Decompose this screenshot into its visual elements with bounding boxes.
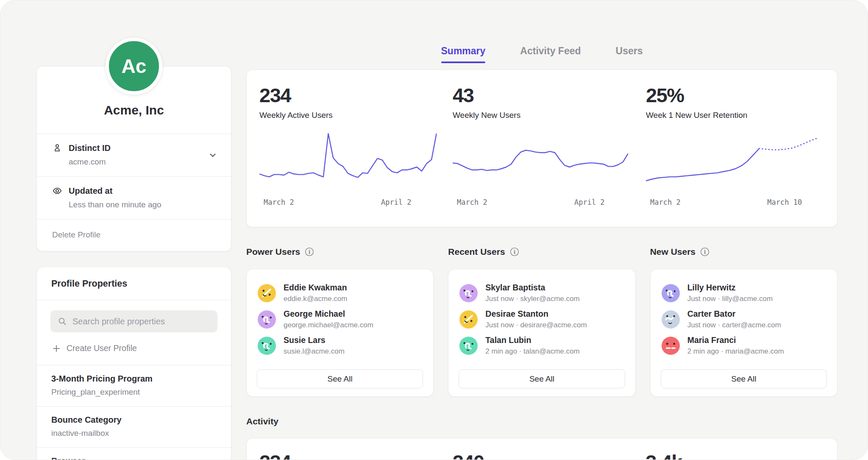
user-row[interactable]: Carter Bator Just now · carter@acme.com	[662, 309, 826, 329]
user-detail: Just now · desirare@acme.com	[485, 321, 587, 329]
tab-label: Activity Feed	[520, 45, 581, 56]
user-row[interactable]: Desirae Stanton Just now · desirare@acme…	[459, 309, 624, 329]
user-avatar	[258, 284, 276, 302]
search-input[interactable]	[72, 317, 210, 326]
property-value: Pricing_plan_experiment	[51, 388, 217, 397]
create-user-profile-button[interactable]: Create User Profile	[50, 343, 217, 353]
list-title: Recent Users	[448, 247, 505, 257]
user-row[interactable]: Susie Lars susie.l@acme.com	[258, 335, 422, 356]
stat-label: Weekly Active Users	[259, 111, 438, 120]
property-row[interactable]: 3-Month Pricing Program Pricing_plan_exp…	[37, 365, 231, 406]
recent-users-card: Skylar Baptista Just now · skyler@acme.c…	[448, 269, 635, 397]
stat-week1-retention: 25% Week 1 New User Retention March 2 Ma…	[646, 84, 824, 227]
property-row[interactable]: Browser Chrome	[37, 448, 231, 460]
user-name: Carter Bator	[687, 309, 781, 319]
x-tick: March 2	[264, 198, 294, 206]
user-name: Desirae Stanton	[485, 309, 587, 319]
property-name: 3-Month Pricing Program	[51, 374, 217, 384]
delete-profile-button[interactable]: Delete Profile	[37, 220, 231, 251]
main-content: Summary Activity Feed Users 234 Weekly A…	[246, 0, 837, 460]
property-name: Browser	[51, 456, 217, 460]
see-all-button[interactable]: See All	[257, 369, 423, 388]
user-name: Skylar Baptista	[485, 283, 579, 293]
profile-properties-card: Profile Properties	[36, 267, 231, 460]
user-name: Maria Franci	[687, 335, 784, 345]
user-detail: Just now · skyler@acme.com	[485, 295, 579, 303]
see-all-button[interactable]: See All	[661, 369, 827, 388]
new-users-heading: New Users i	[650, 247, 837, 257]
user-detail: Just now · carter@acme.com	[687, 321, 781, 329]
field-label: Distinct ID	[69, 143, 111, 153]
user-row[interactable]: Eddie Kwakman eddie.k@acme.com	[258, 283, 422, 303]
tab-users[interactable]: Users	[616, 45, 643, 63]
user-detail: 2 min ago · maria@acme.com	[687, 347, 784, 356]
field-value: acme.com	[69, 157, 216, 167]
user-detail: susie.l@acme.com	[284, 347, 345, 356]
search-box	[50, 310, 217, 332]
weekly-new-users-chart	[453, 128, 632, 192]
recent-users-heading: Recent Users i	[448, 247, 635, 257]
svg-text:i: i	[704, 249, 706, 255]
user-row[interactable]: Talan Lubin 2 min ago · talan@acme.com	[459, 335, 624, 356]
tab-summary[interactable]: Summary	[441, 45, 486, 63]
x-tick: April 2	[574, 198, 605, 206]
active-tab-underline	[441, 61, 486, 63]
search-section: Create User Profile	[37, 300, 231, 365]
week1-retention-chart	[646, 128, 824, 192]
activity-heading: Activity	[246, 416, 278, 427]
info-icon[interactable]: i	[700, 247, 709, 256]
eye-icon	[52, 186, 62, 196]
user-avatar	[459, 337, 478, 355]
user-name: Susie Lars	[284, 335, 345, 345]
user-avatar	[662, 284, 680, 302]
property-row[interactable]: Bounce Category inactive-mailbox	[37, 407, 231, 447]
user-name: Talan Lubin	[485, 335, 579, 345]
weekly-active-users-chart	[259, 128, 438, 192]
stat-value: 234	[259, 84, 438, 107]
plus-icon	[52, 344, 61, 353]
activity-stat: 240	[453, 450, 632, 460]
avatar-wrap: Ac	[106, 38, 162, 95]
tab-label: Summary	[441, 45, 486, 56]
info-icon[interactable]: i	[305, 247, 314, 256]
user-detail: eddie.k@acme.com	[284, 295, 348, 303]
user-name: George Michael	[284, 309, 373, 319]
user-row[interactable]: Lilly Herwitz Just now · lilly@acme.com	[662, 283, 826, 303]
x-axis-ticks: March 2 April 2	[259, 198, 438, 208]
user-row[interactable]: Skylar Baptista Just now · skyler@acme.c…	[459, 283, 624, 303]
user-name: Eddie Kwakman	[284, 283, 348, 293]
user-detail: Just now · lilly@acme.com	[687, 295, 773, 303]
app: Ac Acme, Inc Distinct ID acme.com	[0, 0, 868, 460]
property-name: Bounce Category	[51, 415, 217, 425]
tab-label: Users	[616, 45, 643, 56]
x-axis-ticks: March 2 March 10	[646, 198, 824, 208]
stat-label: Weekly New Users	[453, 111, 632, 120]
stat-label: Week 1 New User Retention	[646, 111, 824, 120]
sidebar: Ac Acme, Inc Distinct ID acme.com	[36, 38, 231, 460]
user-detail: george.michael@acme.com	[284, 321, 373, 329]
x-tick: March 2	[457, 198, 487, 206]
activity-stat: 234	[259, 450, 438, 460]
updated-at-row: Updated at Less than one minute ago	[37, 177, 231, 219]
search-icon	[58, 317, 67, 326]
info-icon[interactable]: i	[510, 247, 519, 256]
x-tick: March 2	[650, 198, 681, 206]
user-row[interactable]: George Michael george.michael@acme.com	[258, 309, 422, 329]
user-row[interactable]: Maria Franci 2 min ago · maria@acme.com	[662, 335, 826, 356]
field-value: Less than one minute ago	[69, 200, 216, 209]
person-icon	[52, 143, 62, 153]
list-title: Power Users	[246, 247, 300, 257]
user-avatar	[258, 337, 276, 355]
see-all-button[interactable]: See All	[459, 369, 625, 388]
new-users-card: Lilly Herwitz Just now · lilly@acme.com …	[650, 269, 837, 397]
field-label: Updated at	[69, 186, 112, 196]
svg-text:i: i	[309, 249, 311, 255]
user-avatar	[459, 310, 478, 329]
user-list-headings: Power Users i Recent Users i New Users i	[246, 247, 837, 257]
user-cards: Eddie Kwakman eddie.k@acme.com George Mi…	[246, 269, 837, 397]
tab-activity-feed[interactable]: Activity Feed	[520, 45, 581, 63]
chevron-down-icon[interactable]	[208, 151, 217, 162]
stat-value: 25%	[646, 84, 824, 107]
svg-text:i: i	[513, 249, 515, 255]
stat-weekly-new-users: 43 Weekly New Users March 2 April 2	[453, 84, 632, 227]
